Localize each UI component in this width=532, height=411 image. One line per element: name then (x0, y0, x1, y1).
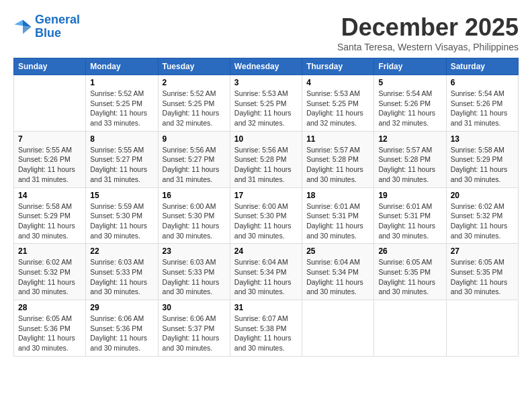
svg-marker-1 (14, 19, 23, 26)
calendar-cell (374, 300, 446, 357)
day-info: Sunrise: 6:00 AM Sunset: 5:30 PM Dayligh… (234, 201, 298, 241)
day-info: Sunrise: 5:54 AM Sunset: 5:26 PM Dayligh… (378, 89, 441, 128)
calendar-cell: 14Sunrise: 5:58 AM Sunset: 5:29 PM Dayli… (14, 187, 86, 244)
day-number: 11 (306, 134, 369, 144)
day-header: Thursday (302, 58, 374, 75)
day-number: 4 (306, 78, 369, 87)
logo-icon (13, 17, 32, 36)
calendar-week-row: 14Sunrise: 5:58 AM Sunset: 5:29 PM Dayli… (14, 187, 519, 244)
day-number: 14 (18, 191, 81, 200)
page-header: General Blue December 2025 Santa Teresa,… (13, 13, 519, 52)
calendar-cell: 23Sunrise: 6:03 AM Sunset: 5:33 PM Dayli… (158, 244, 230, 300)
day-number: 13 (451, 134, 514, 144)
day-info: Sunrise: 5:59 AM Sunset: 5:30 PM Dayligh… (90, 201, 153, 241)
calendar-cell: 6Sunrise: 5:54 AM Sunset: 5:26 PM Daylig… (446, 75, 518, 132)
day-info: Sunrise: 5:55 AM Sunset: 5:26 PM Dayligh… (18, 145, 81, 185)
day-info: Sunrise: 6:01 AM Sunset: 5:31 PM Dayligh… (306, 201, 369, 241)
calendar-week-row: 1Sunrise: 5:52 AM Sunset: 5:25 PM Daylig… (14, 75, 519, 132)
location-subtitle: Santa Teresa, Western Visayas, Philippin… (337, 42, 519, 52)
calendar-cell: 11Sunrise: 5:57 AM Sunset: 5:28 PM Dayli… (302, 131, 374, 187)
calendar-cell: 30Sunrise: 6:06 AM Sunset: 5:37 PM Dayli… (158, 300, 230, 357)
day-info: Sunrise: 6:06 AM Sunset: 5:36 PM Dayligh… (90, 314, 153, 353)
calendar-cell: 4Sunrise: 5:53 AM Sunset: 5:25 PM Daylig… (302, 75, 374, 132)
day-info: Sunrise: 6:00 AM Sunset: 5:30 PM Dayligh… (163, 201, 226, 241)
day-info: Sunrise: 6:02 AM Sunset: 5:32 PM Dayligh… (18, 257, 81, 297)
calendar-cell (446, 300, 518, 357)
day-number: 26 (378, 246, 441, 256)
calendar-week-row: 7Sunrise: 5:55 AM Sunset: 5:26 PM Daylig… (14, 131, 519, 187)
day-info: Sunrise: 6:07 AM Sunset: 5:38 PM Dayligh… (234, 314, 298, 353)
calendar-header-row: SundayMondayTuesdayWednesdayThursdayFrid… (14, 58, 519, 75)
svg-marker-0 (23, 19, 32, 27)
calendar-cell: 2Sunrise: 5:52 AM Sunset: 5:25 PM Daylig… (158, 75, 230, 132)
calendar-cell: 28Sunrise: 6:05 AM Sunset: 5:36 PM Dayli… (14, 300, 86, 357)
day-number: 9 (163, 134, 226, 144)
day-info: Sunrise: 5:58 AM Sunset: 5:29 PM Dayligh… (18, 201, 81, 241)
day-number: 5 (378, 78, 441, 87)
day-number: 19 (378, 191, 441, 200)
day-header: Tuesday (158, 58, 230, 75)
calendar-cell: 22Sunrise: 6:03 AM Sunset: 5:33 PM Dayli… (86, 244, 158, 300)
day-number: 28 (18, 303, 81, 312)
calendar-cell: 29Sunrise: 6:06 AM Sunset: 5:36 PM Dayli… (86, 300, 158, 357)
calendar-cell: 18Sunrise: 6:01 AM Sunset: 5:31 PM Dayli… (302, 187, 374, 244)
logo-general: General (35, 13, 80, 26)
day-info: Sunrise: 6:04 AM Sunset: 5:34 PM Dayligh… (234, 257, 298, 297)
calendar-cell: 16Sunrise: 6:00 AM Sunset: 5:30 PM Dayli… (158, 187, 230, 244)
day-number: 20 (451, 191, 514, 200)
day-info: Sunrise: 5:52 AM Sunset: 5:25 PM Dayligh… (90, 89, 153, 128)
calendar-cell: 26Sunrise: 6:05 AM Sunset: 5:35 PM Dayli… (374, 244, 446, 300)
day-info: Sunrise: 5:55 AM Sunset: 5:27 PM Dayligh… (90, 145, 153, 185)
day-number: 21 (18, 246, 81, 256)
calendar-cell: 3Sunrise: 5:53 AM Sunset: 5:25 PM Daylig… (230, 75, 302, 132)
month-title: December 2025 (337, 13, 519, 42)
day-number: 23 (163, 246, 226, 256)
day-number: 2 (163, 78, 226, 87)
day-header: Wednesday (230, 58, 302, 75)
calendar-cell: 19Sunrise: 6:01 AM Sunset: 5:31 PM Dayli… (374, 187, 446, 244)
day-info: Sunrise: 6:05 AM Sunset: 5:35 PM Dayligh… (451, 257, 514, 297)
day-info: Sunrise: 5:57 AM Sunset: 5:28 PM Dayligh… (306, 145, 369, 185)
day-info: Sunrise: 6:01 AM Sunset: 5:31 PM Dayligh… (378, 201, 441, 241)
day-info: Sunrise: 5:56 AM Sunset: 5:27 PM Dayligh… (163, 145, 226, 185)
day-info: Sunrise: 5:53 AM Sunset: 5:25 PM Dayligh… (306, 89, 369, 128)
calendar-table: SundayMondayTuesdayWednesdayThursdayFrid… (13, 58, 519, 357)
day-number: 12 (378, 134, 441, 144)
calendar-cell: 8Sunrise: 5:55 AM Sunset: 5:27 PM Daylig… (86, 131, 158, 187)
title-block: December 2025 Santa Teresa, Western Visa… (337, 13, 519, 52)
day-number: 3 (234, 78, 298, 87)
day-number: 27 (451, 246, 514, 256)
calendar-cell: 10Sunrise: 5:56 AM Sunset: 5:28 PM Dayli… (230, 131, 302, 187)
calendar-cell: 17Sunrise: 6:00 AM Sunset: 5:30 PM Dayli… (230, 187, 302, 244)
day-info: Sunrise: 5:54 AM Sunset: 5:26 PM Dayligh… (451, 89, 514, 128)
calendar-cell: 5Sunrise: 5:54 AM Sunset: 5:26 PM Daylig… (374, 75, 446, 132)
calendar-week-row: 21Sunrise: 6:02 AM Sunset: 5:32 PM Dayli… (14, 244, 519, 300)
day-number: 7 (18, 134, 81, 144)
day-number: 25 (306, 246, 369, 256)
day-info: Sunrise: 6:05 AM Sunset: 5:35 PM Dayligh… (378, 257, 441, 297)
day-number: 18 (306, 191, 369, 200)
day-number: 31 (234, 303, 298, 312)
day-info: Sunrise: 6:03 AM Sunset: 5:33 PM Dayligh… (90, 257, 153, 297)
day-number: 30 (163, 303, 226, 312)
calendar-cell: 7Sunrise: 5:55 AM Sunset: 5:26 PM Daylig… (14, 131, 86, 187)
day-info: Sunrise: 5:57 AM Sunset: 5:28 PM Dayligh… (378, 145, 441, 185)
day-info: Sunrise: 6:04 AM Sunset: 5:34 PM Dayligh… (306, 257, 369, 297)
day-number: 1 (90, 78, 153, 87)
day-info: Sunrise: 6:05 AM Sunset: 5:36 PM Dayligh… (18, 314, 81, 353)
calendar-cell: 31Sunrise: 6:07 AM Sunset: 5:38 PM Dayli… (230, 300, 302, 357)
calendar-cell: 25Sunrise: 6:04 AM Sunset: 5:34 PM Dayli… (302, 244, 374, 300)
day-info: Sunrise: 5:56 AM Sunset: 5:28 PM Dayligh… (234, 145, 298, 185)
svg-marker-2 (23, 26, 32, 34)
day-header: Sunday (14, 58, 86, 75)
calendar-cell: 12Sunrise: 5:57 AM Sunset: 5:28 PM Dayli… (374, 131, 446, 187)
day-number: 8 (90, 134, 153, 144)
calendar-cell: 9Sunrise: 5:56 AM Sunset: 5:27 PM Daylig… (158, 131, 230, 187)
day-info: Sunrise: 6:03 AM Sunset: 5:33 PM Dayligh… (163, 257, 226, 297)
logo-blue: Blue (35, 27, 80, 40)
day-info: Sunrise: 5:58 AM Sunset: 5:29 PM Dayligh… (451, 145, 514, 185)
day-info: Sunrise: 6:06 AM Sunset: 5:37 PM Dayligh… (163, 314, 226, 353)
day-info: Sunrise: 6:02 AM Sunset: 5:32 PM Dayligh… (451, 201, 514, 241)
calendar-cell: 20Sunrise: 6:02 AM Sunset: 5:32 PM Dayli… (446, 187, 518, 244)
calendar-cell: 13Sunrise: 5:58 AM Sunset: 5:29 PM Dayli… (446, 131, 518, 187)
